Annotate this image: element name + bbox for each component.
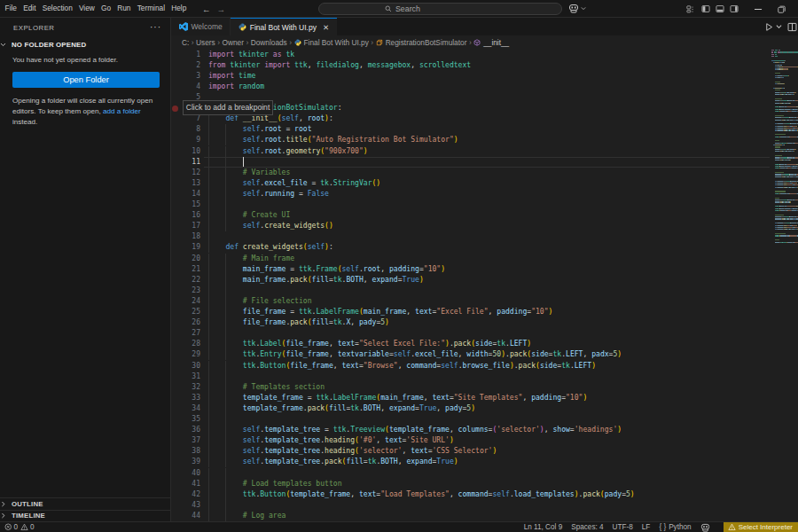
close-tab-icon[interactable]: ✕ (323, 24, 329, 31)
forward-arrow-icon[interactable]: → (217, 4, 226, 14)
status-bar: 0 0 Ln 11, Col 9 Spaces: 4 UTF-8 LF { } … (0, 521, 798, 532)
code-line[interactable]: 40 (171, 468, 798, 479)
minimize-icon[interactable] (748, 0, 768, 18)
encoding[interactable]: UTF-8 (613, 523, 633, 531)
menu-run[interactable]: Run (114, 0, 134, 17)
tab-final-bot-with-ui[interactable]: Final Bot With UI.py ✕ (231, 18, 336, 35)
open-folder-button[interactable]: Open Folder (12, 72, 160, 88)
code-line[interactable]: 42 ttk.Button(template_frame, text="Load… (171, 489, 798, 500)
split-editor-icon[interactable] (787, 22, 797, 32)
code-line[interactable]: 15 (171, 200, 798, 210)
breadcrumb-item[interactable]: Final Bot With UI.py (294, 38, 369, 47)
cursor-position[interactable]: Ln 11, Col 9 (524, 523, 563, 531)
code-line[interactable]: 10 self.root.geometry("900x700") (171, 146, 798, 157)
code-line[interactable]: 37 self.template_tree.heading('#0', text… (171, 435, 798, 446)
menu-view[interactable]: View (75, 0, 98, 17)
breadcrumb-item[interactable]: Owner (223, 38, 244, 47)
code-line[interactable]: 22 main_frame.pack(fill=tk.BOTH, expand=… (171, 275, 798, 286)
language-mode[interactable]: { } Python (659, 523, 691, 531)
code-line[interactable]: 28 ttk.Label(file_frame, text="Select Ex… (171, 339, 798, 349)
code-line[interactable]: 30 ttk.Button(file_frame, text="Browse",… (171, 361, 798, 372)
minimap[interactable] (770, 50, 798, 521)
code-line[interactable]: 8 self.root = root (171, 124, 798, 135)
copilot-button[interactable] (568, 4, 586, 13)
code-line[interactable]: 39 self.template_tree.pack(fill=tk.BOTH,… (171, 457, 798, 467)
code-line[interactable]: 3import time (171, 71, 798, 82)
code-line[interactable]: 11 (171, 157, 798, 168)
command-center-search[interactable]: Search (318, 3, 562, 15)
section-no-folder-opened[interactable]: NO FOLDER OPENED (0, 38, 170, 51)
code-line[interactable]: 43 (171, 500, 798, 511)
toggle-primary-sidebar-icon[interactable] (699, 0, 713, 18)
breadcrumb-item[interactable]: Users (196, 38, 215, 47)
explorer-actions-icon[interactable]: ··· (150, 25, 161, 30)
code-line[interactable]: 44 # Log area (171, 511, 798, 521)
warning-icon (20, 523, 28, 531)
add-folder-link[interactable]: add a folder (103, 107, 141, 115)
breadcrumb-item[interactable]: Downloads (251, 38, 287, 47)
code-line[interactable]: 36 self.template_tree = ttk.Treeview(tem… (171, 425, 798, 435)
copilot-status-icon[interactable] (700, 523, 710, 532)
code-editor[interactable]: 1import tkinter as tk2from tkinter impor… (171, 50, 798, 521)
indentation[interactable]: Spaces: 4 (571, 523, 603, 531)
code-line[interactable]: 34 template_frame.pack(fill=tk.BOTH, exp… (171, 403, 798, 414)
customize-layout-icon[interactable] (683, 0, 697, 18)
run-dropdown-chevron-icon[interactable] (776, 24, 782, 29)
code-line[interactable]: 21 main_frame = ttk.Frame(self.root, pad… (171, 264, 798, 275)
code-line[interactable]: 7 def __init__(self, root): (171, 113, 798, 124)
code-text: self.running = False (208, 189, 329, 200)
code-line[interactable]: 4import random (171, 82, 798, 92)
code-line[interactable]: 1import tkinter as tk (171, 50, 798, 60)
code-line[interactable]: 38 self.template_tree.heading('selector'… (171, 446, 798, 457)
code-line[interactable]: 17 self.create_widgets() (171, 221, 798, 231)
code-line[interactable]: 18 (171, 231, 798, 242)
back-arrow-icon[interactable]: ← (202, 4, 211, 14)
menu-help[interactable]: Help (168, 0, 190, 17)
code-line[interactable]: 23 (171, 286, 798, 296)
section-timeline[interactable]: TIMELINE (0, 510, 170, 522)
breadcrumb-item[interactable]: __init__ (473, 38, 509, 47)
code-line[interactable]: 16 # Create UI (171, 210, 798, 221)
code-line[interactable]: 27 (171, 328, 798, 339)
code-line[interactable]: 13 self.excel_file = tk.StringVar() (171, 178, 798, 189)
warnings-indicator[interactable]: 0 (20, 523, 35, 531)
code-line[interactable]: 19 def create_widgets(self): (171, 242, 798, 253)
eol-sequence[interactable]: LF (642, 523, 651, 531)
code-line[interactable]: 24 # File selection (171, 296, 798, 307)
code-line[interactable]: 35 (171, 414, 798, 425)
code-line[interactable]: 20 # Main frame (171, 254, 798, 264)
section-label: NO FOLDER OPENED (12, 41, 86, 49)
tab-welcome[interactable]: Welcome (171, 18, 231, 35)
line-number: 26 (171, 317, 200, 328)
run-python-file-icon[interactable] (764, 22, 774, 32)
toggle-panel-icon[interactable] (713, 0, 727, 18)
code-line[interactable]: 32 # Templates section (171, 382, 798, 393)
menu-edit[interactable]: Edit (20, 0, 39, 17)
select-interpreter-button[interactable]: Select Interpreter (724, 522, 798, 532)
menu-selection[interactable]: Selection (39, 0, 75, 17)
code-line[interactable]: 33 template_frame = ttk.LabelFrame(main_… (171, 393, 798, 403)
code-line[interactable]: 12 # Variables (171, 168, 798, 178)
line-number: 42 (171, 489, 200, 500)
code-line[interactable]: 29 ttk.Entry(file_frame, textvariable=se… (171, 349, 798, 360)
code-line[interactable]: 41 # Load templates button (171, 479, 798, 489)
breakpoint-hover-dot[interactable] (172, 106, 178, 112)
problems-indicator[interactable]: 0 (4, 523, 18, 531)
code-line[interactable]: 31 (171, 372, 798, 382)
line-number: 18 (171, 231, 200, 242)
line-number: 10 (171, 146, 200, 157)
code-line[interactable]: 2from tkinter import ttk, filedialog, me… (171, 60, 798, 71)
code-line[interactable]: 9 self.root.title("Auto Registration Bot… (171, 135, 798, 145)
restore-icon[interactable] (771, 0, 791, 18)
menu-terminal[interactable]: Terminal (134, 0, 168, 17)
code-line[interactable]: 25 file_frame = ttk.LabelFrame(main_fram… (171, 307, 798, 317)
toggle-secondary-sidebar-icon[interactable] (727, 0, 741, 18)
menu-go[interactable]: Go (98, 0, 113, 17)
code-line[interactable]: 14 self.running = False (171, 189, 798, 200)
code-text: ttk.Entry(file_frame, textvariable=self.… (208, 349, 622, 360)
menu-file[interactable]: File (2, 0, 20, 17)
section-outline[interactable]: OUTLINE (0, 497, 170, 510)
code-line[interactable]: 26 file_frame.pack(fill=tk.X, pady=5) (171, 317, 798, 328)
breadcrumb-item[interactable]: C: (182, 38, 189, 47)
breadcrumb-item[interactable]: RegistrationBotSimulator (376, 38, 467, 47)
